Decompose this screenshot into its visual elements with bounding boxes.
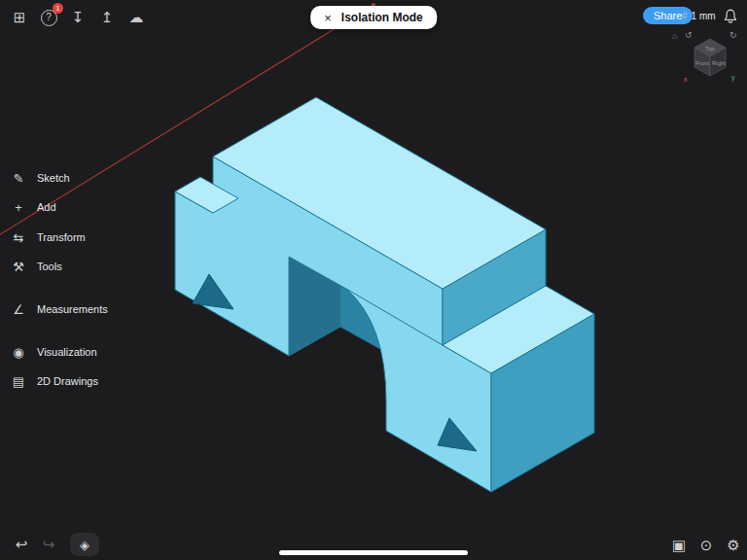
library-button[interactable]: ▣ (667, 534, 691, 557)
settings-gear-icon: ⚙ (727, 537, 739, 554)
sidebar-label: Visualization (37, 346, 97, 358)
close-icon[interactable]: × (324, 11, 332, 25)
visualization-icon: ◉ (10, 345, 27, 360)
cloud-icon[interactable]: ☁ (124, 6, 148, 29)
cube-front-label: Front (695, 60, 709, 66)
redo-icon: ↪ (43, 536, 55, 553)
sidebar-item-transform[interactable]: ⇆ Transform (10, 228, 165, 247)
sidebar-label: Tools (37, 261, 62, 272)
transform-icon: ⇆ (10, 230, 27, 245)
add-icon: + (10, 200, 27, 215)
measurements-icon: ∠ (10, 302, 27, 317)
help-icon[interactable]: ? 1 (37, 6, 60, 29)
items-panel-button[interactable]: ◈ (70, 533, 99, 556)
notifications-bell-icon[interactable] (722, 8, 739, 25)
gestures-button[interactable]: ⊙ (694, 534, 718, 557)
gestures-icon: ⊙ (700, 537, 713, 554)
sketch-icon: ✎ (10, 171, 27, 186)
cube-top-label: Top (705, 46, 715, 52)
sidebar-item-2d-drawings[interactable]: ▤ 2D Drawings (10, 371, 165, 391)
tools-icon: ⚒ (10, 260, 27, 274)
apps-grid-icon[interactable]: ⊞ (8, 6, 31, 29)
sidebar-label: Measurements (37, 303, 108, 315)
layers-icon: ◈ (80, 538, 89, 552)
import-icon[interactable]: ↧ (66, 6, 89, 29)
model-bracket[interactable] (175, 97, 594, 492)
export-glyph: ↥ (101, 9, 114, 26)
settings-button[interactable]: ⚙ (722, 534, 745, 557)
home-indicator[interactable] (279, 550, 468, 555)
redo-button[interactable]: ↪ (37, 533, 60, 556)
viewport-3d[interactable] (0, 0, 747, 560)
sidebar-label: Sketch (37, 172, 70, 184)
top-left-toolbar: ⊞ ? 1 ↧ ↥ ☁ (8, 6, 148, 29)
home-view-icon[interactable]: ⌂ (672, 31, 677, 41)
axis-y-label: y (731, 74, 735, 82)
isolation-mode-pill: × Isolation Mode (310, 6, 437, 29)
sidebar-label: Add (37, 201, 56, 213)
2d-drawings-icon: ▤ (10, 374, 27, 389)
grid-snap-icon: # (682, 11, 688, 21)
shapr3d-app: ⊞ ? 1 ↧ ↥ ☁ × Isolation Mode Share # 1 m… (0, 0, 747, 560)
view-orientation-cube[interactable]: ⌂ ↺ ↻ Top Front Right x y (669, 25, 747, 86)
sidebar-item-tools[interactable]: ⚒ Tools (10, 257, 165, 276)
orbit-left-icon[interactable]: ↺ (685, 30, 693, 40)
axis-x-label: x (684, 76, 688, 83)
units-indicator[interactable]: # 1 mm (682, 11, 716, 21)
undo-button[interactable]: ↩ (10, 533, 33, 556)
sidebar-item-add[interactable]: + Add (10, 197, 165, 217)
units-value: 1 mm (692, 11, 716, 21)
cube-right-label: Right (712, 60, 726, 66)
sidebar-item-sketch[interactable]: ✎ Sketch (10, 168, 165, 188)
library-icon: ▣ (672, 537, 686, 554)
sidebar-label: 2D Drawings (37, 375, 98, 387)
apps-grid-glyph: ⊞ (14, 9, 26, 26)
isolation-mode-label: Isolation Mode (341, 11, 423, 24)
sidebar-label: Transform (37, 231, 86, 243)
sidebar-item-measurements[interactable]: ∠ Measurements (10, 299, 165, 319)
notification-badge: 1 (53, 3, 63, 14)
sidebar-item-visualization[interactable]: ◉ Visualization (10, 342, 165, 362)
cloud-glyph: ☁ (129, 9, 144, 26)
orbit-right-icon[interactable]: ↻ (729, 30, 737, 40)
undo-icon: ↩ (16, 536, 28, 553)
import-glyph: ↧ (72, 9, 85, 26)
export-icon[interactable]: ↥ (95, 6, 119, 29)
